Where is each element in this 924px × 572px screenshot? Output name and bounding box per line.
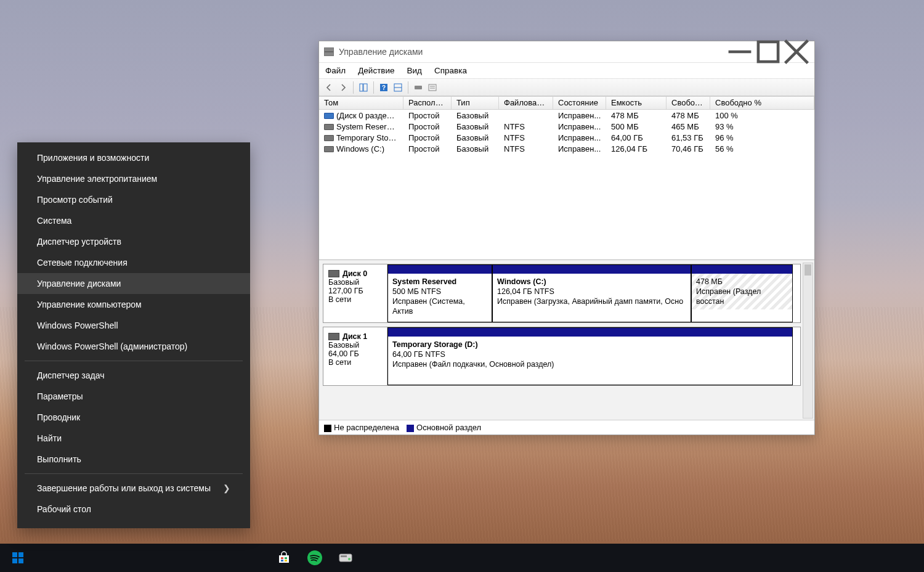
disk-icon	[328, 333, 339, 340]
menu-action[interactable]: Действие	[358, 66, 394, 75]
disk-icon	[324, 146, 334, 152]
svg-rect-5	[363, 84, 367, 91]
col-percent[interactable]: Свободно %	[710, 97, 814, 109]
ctx-item[interactable]: Просмотр событий	[17, 189, 250, 210]
ctx-item[interactable]: Проводник	[17, 407, 250, 428]
ctx-item-label: Параметры	[37, 391, 83, 401]
cell: 478 МБ	[606, 111, 667, 120]
taskbar-app-disk-icon[interactable]	[330, 544, 361, 572]
ctx-item-label: Найти	[37, 433, 62, 443]
disk-row: Диск 1Базовый64,00 ГБВ сетиTemporary Sto…	[323, 327, 801, 386]
ctx-item[interactable]: Диспетчер устройств	[17, 231, 250, 252]
disk-icon-button[interactable]	[412, 81, 424, 94]
cell: Temporary Storag...	[319, 133, 403, 142]
legend-unallocated: Не распределена	[324, 423, 399, 432]
col-capacity[interactable]: Емкость	[606, 97, 667, 109]
cell: 70,46 ГБ	[667, 144, 710, 153]
view-toggle-button[interactable]	[357, 81, 370, 94]
ctx-item[interactable]: Выполнить	[17, 449, 250, 470]
help-button[interactable]: ?	[378, 81, 390, 94]
volume-row[interactable]: System ReservedПростойБазовыйNTFSИсправе…	[319, 121, 814, 132]
svg-rect-23	[339, 554, 352, 562]
app-icon	[324, 47, 334, 56]
col-filesystem[interactable]: Файловая с...	[499, 97, 553, 109]
scrollbar-thumb[interactable]	[804, 264, 811, 276]
svg-point-25	[348, 558, 351, 560]
partition[interactable]: 478 МБИсправен (Раздел восстан	[691, 264, 793, 322]
partition-text: Temporary Storage (D:)64,00 ГБ NTFSИспра…	[388, 337, 792, 372]
ctx-item[interactable]: Windows PowerShell	[17, 315, 250, 336]
volume-row[interactable]: Windows (C:)ПростойБазовыйNTFSИсправен..…	[319, 143, 814, 154]
ctx-item[interactable]: Сетевые подключения	[17, 252, 250, 273]
cell: Исправен...	[553, 111, 606, 120]
volume-list[interactable]: (Диск 0 раздел 3)ПростойБазовыйИсправен.…	[319, 110, 814, 259]
svg-rect-16	[12, 558, 17, 563]
close-button[interactable]	[782, 43, 811, 61]
ctx-item[interactable]: Диспетчер задач	[17, 365, 250, 386]
ctx-item[interactable]: Windows PowerShell (администратор)	[17, 336, 250, 357]
disk-label[interactable]: Диск 0Базовый127,00 ГБВ сети	[323, 264, 387, 322]
col-state[interactable]: Состояние	[553, 97, 606, 109]
ctx-item[interactable]: Параметры	[17, 386, 250, 407]
partition-color-bar	[388, 328, 792, 337]
ctx-item[interactable]: Система	[17, 210, 250, 231]
partition[interactable]: Windows (C:)126,04 ГБ NTFSИсправен (Загр…	[492, 264, 691, 322]
ctx-item-label: Рабочий стол	[37, 504, 91, 514]
ctx-item-label: Windows PowerShell	[37, 321, 118, 330]
col-type[interactable]: Тип	[452, 97, 499, 109]
ctx-item[interactable]: Рабочий стол	[17, 499, 250, 520]
ctx-item[interactable]: Найти	[17, 428, 250, 449]
taskbar[interactable]	[0, 544, 924, 572]
col-layout[interactable]: Располо...	[403, 97, 452, 109]
cell: NTFS	[499, 122, 553, 131]
ctx-item[interactable]: Завершение работы или выход из системы❯	[17, 478, 250, 499]
disk-icon	[324, 113, 334, 119]
menu-help[interactable]: Справка	[434, 66, 467, 75]
window-titlebar[interactable]: Управление дисками	[319, 41, 814, 63]
cell: NTFS	[499, 144, 553, 153]
legend-primary: Основной раздел	[407, 423, 481, 432]
back-button[interactable]	[323, 81, 335, 94]
ctx-item[interactable]: Приложения и возможности	[17, 147, 250, 168]
cell: (Диск 0 раздел 3)	[319, 111, 403, 120]
partition[interactable]: Temporary Storage (D:)64,00 ГБ NTFSИспра…	[387, 327, 793, 385]
legend: Не распределена Основной раздел	[319, 420, 814, 435]
start-button[interactable]	[4, 544, 32, 572]
ctx-item-label: Управление электропитанием	[37, 174, 157, 184]
ctx-item-label: Управление дисками	[37, 279, 121, 288]
cell: Простой	[403, 144, 452, 153]
ctx-item[interactable]: Управление дисками	[17, 273, 250, 294]
minimize-button[interactable]	[726, 43, 754, 61]
svg-rect-20	[281, 560, 283, 562]
cell: 96 %	[710, 133, 814, 142]
properties-button[interactable]	[426, 81, 439, 94]
ctx-item-label: Управление компьютером	[37, 300, 142, 309]
layout-button[interactable]	[392, 81, 404, 94]
menu-file[interactable]: Файл	[325, 66, 346, 75]
cell: Базовый	[452, 144, 499, 153]
menu-view[interactable]: Вид	[407, 66, 422, 75]
col-free[interactable]: Свобод...	[667, 97, 710, 109]
col-volume[interactable]: Том	[319, 97, 403, 109]
partition[interactable]: System Reserved500 МБ NTFSИсправен (Сист…	[387, 264, 492, 322]
vertical-scrollbar[interactable]	[803, 263, 813, 419]
volume-row[interactable]: Temporary Storag...ПростойБазовыйNTFSИсп…	[319, 132, 814, 143]
ctx-item[interactable]: Управление электропитанием	[17, 168, 250, 189]
cell: System Reserved	[319, 122, 403, 131]
ctx-item[interactable]: Управление компьютером	[17, 294, 250, 315]
maximize-button[interactable]	[754, 43, 782, 61]
ctx-item-label: Диспетчер задач	[37, 370, 105, 380]
taskbar-app-store-icon[interactable]	[269, 544, 299, 572]
cell: 126,04 ГБ	[606, 144, 667, 153]
disk-label[interactable]: Диск 1Базовый64,00 ГБВ сети	[323, 327, 387, 385]
volume-row[interactable]: (Диск 0 раздел 3)ПростойБазовыйИсправен.…	[319, 110, 814, 121]
svg-rect-11	[429, 84, 436, 91]
taskbar-app-spotify-icon[interactable]	[299, 544, 330, 572]
chevron-right-icon: ❯	[223, 483, 230, 493]
svg-rect-1	[758, 42, 778, 62]
graphical-disk-panel: Диск 0Базовый127,00 ГБВ сетиSystem Reser…	[319, 259, 814, 435]
cell: Простой	[403, 133, 452, 142]
forward-button[interactable]	[337, 81, 349, 94]
disk-icon	[324, 124, 334, 130]
ctx-item-label: Просмотр событий	[37, 195, 113, 205]
